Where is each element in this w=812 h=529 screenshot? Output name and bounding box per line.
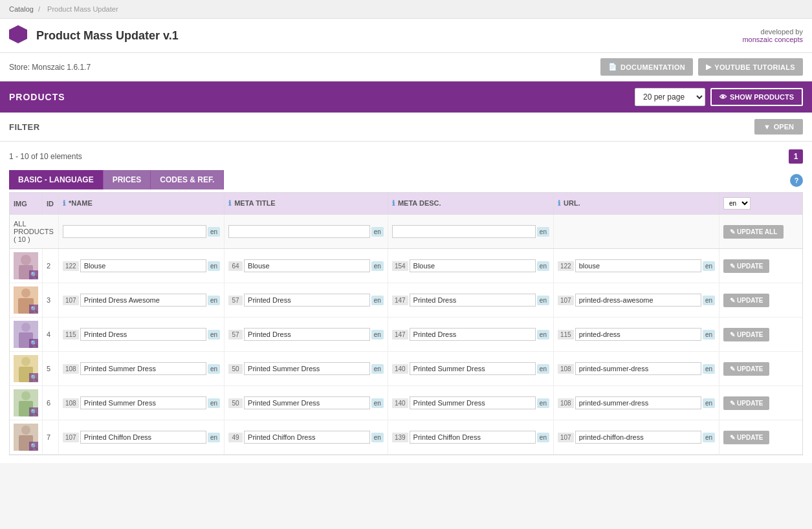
product-img-cell: 🔍 xyxy=(10,420,43,455)
developed-by-text: developed by xyxy=(761,28,803,36)
all-products-name-lang: en xyxy=(208,227,220,237)
meta-title-info-icon[interactable]: ℹ xyxy=(228,199,231,207)
all-products-name-cell: en xyxy=(59,215,225,249)
product-meta-desc-lang: en xyxy=(537,261,549,271)
meta-desc-char-count: 140 xyxy=(392,398,408,408)
product-meta-desc-input[interactable] xyxy=(410,396,536,409)
tabs-help-row: BASIC - LANGUAGE PRICES CODES & REF. ? xyxy=(9,170,803,189)
name-char-count: 115 xyxy=(63,330,79,340)
language-select[interactable]: en fr de xyxy=(723,197,751,210)
table-row: 🔍 3 107 en 57 xyxy=(10,283,802,318)
product-meta-desc-input[interactable] xyxy=(410,259,536,272)
company-link[interactable]: monszaic concepts xyxy=(742,36,803,43)
product-id: 3 xyxy=(43,283,59,318)
col-url-label: URL. xyxy=(564,199,580,207)
product-name-input[interactable] xyxy=(80,396,206,409)
product-search-icon[interactable]: 🔍 xyxy=(29,270,38,279)
product-url-input[interactable] xyxy=(575,396,701,409)
product-meta-desc-cell: 147 en xyxy=(388,283,553,318)
all-products-row: ALL PRODUCTS ( 10 ) en en xyxy=(10,215,802,249)
product-update-cell: ✎ UPDATE xyxy=(719,283,802,318)
product-name-lang: en xyxy=(208,261,220,271)
product-name-input[interactable] xyxy=(80,328,206,341)
col-id: ID xyxy=(43,193,59,215)
meta-title-char-count: 50 xyxy=(228,398,243,408)
product-search-icon[interactable]: 🔍 xyxy=(29,373,38,382)
filter-open-button[interactable]: ▼ OPEN xyxy=(754,119,803,135)
product-meta-title-input[interactable] xyxy=(244,259,370,272)
breadcrumb-catalog[interactable]: Catalog xyxy=(9,5,34,13)
documentation-label: DOCUMENTATION xyxy=(620,63,685,71)
show-products-button[interactable]: 👁 SHOW PRODUCTS xyxy=(710,88,803,106)
product-meta-title-input[interactable] xyxy=(244,431,370,444)
all-products-meta-desc-cell: en xyxy=(388,215,553,249)
filter-open-label: OPEN xyxy=(774,123,794,131)
product-url-input[interactable] xyxy=(575,259,701,272)
youtube-tutorials-button[interactable]: ▶ YOUTUBE TUTORIALS xyxy=(698,58,803,76)
product-meta-desc-input[interactable] xyxy=(410,294,536,307)
product-meta-desc-lang: en xyxy=(537,433,549,442)
meta-desc-char-count: 139 xyxy=(392,433,408,442)
product-meta-title-input[interactable] xyxy=(244,362,370,375)
name-info-icon[interactable]: ℹ xyxy=(63,199,65,207)
product-update-button[interactable]: ✎ UPDATE xyxy=(723,431,769,444)
help-icon[interactable]: ? xyxy=(790,174,803,187)
product-url-input[interactable] xyxy=(575,431,701,444)
product-update-button[interactable]: ✎ UPDATE xyxy=(723,294,769,307)
product-url-input[interactable] xyxy=(575,362,701,375)
meta-desc-char-count: 140 xyxy=(392,364,408,374)
url-char-count: 108 xyxy=(558,398,574,408)
product-name-input[interactable] xyxy=(80,431,206,444)
tab-codes-ref[interactable]: CODES & REF. xyxy=(151,170,224,189)
product-search-icon[interactable]: 🔍 xyxy=(29,339,38,348)
product-update-button[interactable]: ✎ UPDATE xyxy=(723,396,769,410)
name-char-count: 108 xyxy=(63,364,79,374)
update-icon: ✎ xyxy=(730,434,735,441)
filter-bar: FILTER ▼ OPEN xyxy=(0,113,812,142)
product-name-input[interactable] xyxy=(80,259,206,272)
product-url-input[interactable] xyxy=(575,328,701,341)
product-meta-desc-input[interactable] xyxy=(410,431,536,444)
name-char-count: 107 xyxy=(63,433,79,442)
product-search-icon[interactable]: 🔍 xyxy=(29,305,38,314)
product-name-cell: 107 en xyxy=(59,420,225,455)
col-meta-title: ℹ META TITLE xyxy=(225,193,388,215)
product-id: 2 xyxy=(43,249,59,283)
product-url-input[interactable] xyxy=(575,294,701,307)
products-title: PRODUCTS xyxy=(9,92,65,102)
all-products-meta-desc-input[interactable] xyxy=(392,225,536,238)
product-update-button[interactable]: ✎ UPDATE xyxy=(723,328,769,341)
meta-desc-info-icon[interactable]: ℹ xyxy=(392,199,395,207)
tab-prices[interactable]: PRICES xyxy=(104,170,151,189)
page-title: Product Mass Updater v.1 xyxy=(36,29,179,43)
product-name-cell: 108 en xyxy=(59,386,225,420)
product-meta-title-input[interactable] xyxy=(244,328,370,341)
product-update-button[interactable]: ✎ UPDATE xyxy=(723,362,769,376)
product-search-icon[interactable]: 🔍 xyxy=(29,407,38,416)
url-info-icon[interactable]: ℹ xyxy=(558,199,560,207)
product-meta-title-input[interactable] xyxy=(244,294,370,307)
all-products-name-input[interactable] xyxy=(63,225,206,238)
table-header-row: IMG ID ℹ *NAME ℹ META TITLE ℹ META DESC. xyxy=(10,193,802,215)
documentation-button[interactable]: 📄 DOCUMENTATION xyxy=(600,58,693,76)
product-meta-title-cell: 50 en xyxy=(225,386,388,420)
product-name-input[interactable] xyxy=(80,362,206,375)
update-all-button[interactable]: ✎ UPDATE ALL xyxy=(723,225,784,239)
all-products-meta-title-input[interactable] xyxy=(228,225,370,238)
meta-title-char-count: 57 xyxy=(228,296,243,305)
product-img-cell: 🔍 xyxy=(10,386,43,420)
tab-basic-language[interactable]: BASIC - LANGUAGE xyxy=(9,170,104,189)
product-meta-desc-input[interactable] xyxy=(410,328,536,341)
product-meta-title-input[interactable] xyxy=(244,396,370,409)
product-id: 7 xyxy=(43,420,59,455)
product-search-icon[interactable]: 🔍 xyxy=(29,442,38,451)
product-url-lang: en xyxy=(703,398,715,408)
product-update-button[interactable]: ✎ UPDATE xyxy=(723,259,769,273)
col-meta-desc: ℹ META DESC. xyxy=(388,193,553,215)
product-meta-desc-input[interactable] xyxy=(410,362,536,375)
product-meta-title-lang: en xyxy=(371,330,384,340)
product-name-input[interactable] xyxy=(80,294,206,307)
product-thumbnail: 🔍 xyxy=(14,389,38,416)
per-page-select[interactable]: 20 per page 50 per page 100 per page xyxy=(635,88,705,106)
name-char-count: 107 xyxy=(63,296,79,305)
